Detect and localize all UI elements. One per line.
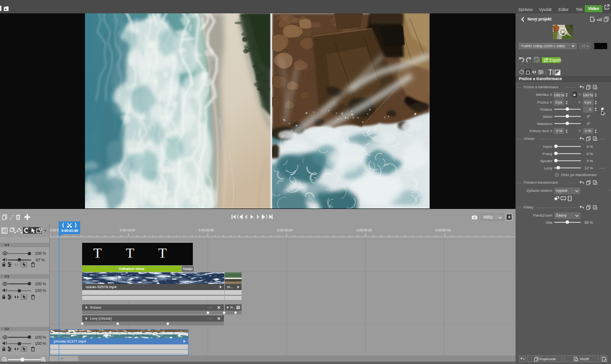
svg-text:ɴB: ɴB xyxy=(597,18,601,22)
